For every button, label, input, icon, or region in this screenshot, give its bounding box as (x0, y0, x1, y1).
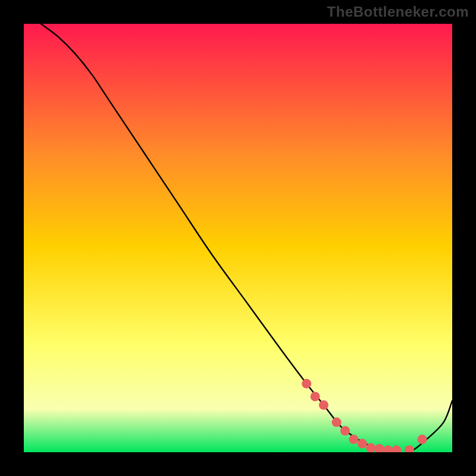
marker-dot (302, 379, 311, 389)
watermark-text: TheBottleneker.com (327, 4, 469, 20)
marker-dot (319, 400, 328, 410)
chart-background (24, 24, 452, 452)
marker-dot (311, 392, 320, 401)
chart-plot (24, 24, 452, 452)
marker-dot (349, 434, 358, 444)
marker-dot (332, 418, 342, 427)
chart-container: TheBottleneker.com (0, 0, 476, 476)
marker-dot (418, 434, 427, 444)
marker-dot (340, 426, 350, 436)
marker-dot (358, 439, 367, 449)
chart-svg (24, 24, 452, 452)
